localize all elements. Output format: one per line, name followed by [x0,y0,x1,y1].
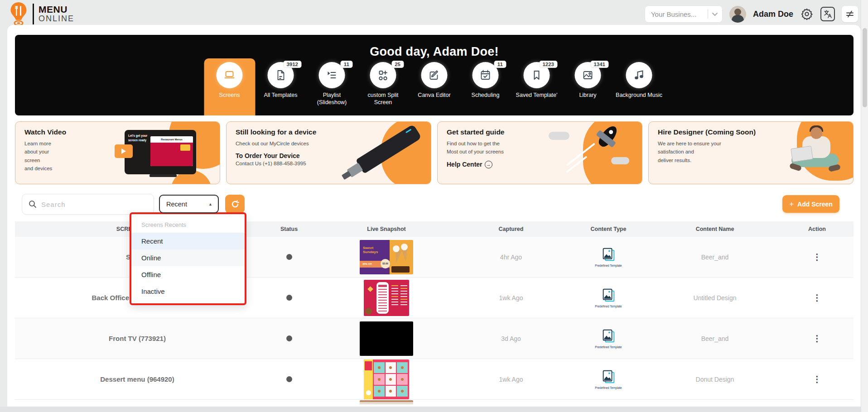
table-row-partial [15,400,854,407]
col-action: Action [781,226,854,232]
content-type: Predefined Template [595,328,622,349]
screen-name: Front TV (773921) [15,335,260,342]
tab-scheduling[interactable]: 11 Scheduling [460,62,511,115]
avatar[interactable] [729,6,746,23]
scrollbar-thumb[interactable] [863,28,867,107]
tab-canva-editor[interactable]: Canva Editor [409,62,460,115]
status-dot [286,376,292,382]
content-type-caption: Predefined Template [595,386,622,389]
tab-custom-split-screen[interactable]: 25 custom Split Screen [357,62,409,115]
dropdown-option-online[interactable]: Online [131,249,245,266]
arrow-right-icon[interactable]: → [485,161,492,168]
logo-divider [33,4,34,24]
help-center-link[interactable]: Help Center [447,161,482,168]
caret-up-icon: ▲ [208,202,212,206]
captured-time: 3d Ago [454,335,568,342]
tab-playlist[interactable]: 11 Playlist (Slideshow) [306,62,357,115]
status-dot [286,254,292,260]
captured-time: 1wk Ago [454,294,568,302]
person-illustration [781,127,849,182]
greeting-title: Good day, Adam Doe! [15,45,854,59]
add-screen-button[interactable]: + Add Screen [782,195,839,213]
screens-icon [217,62,243,88]
add-screen-label: Add Screen [797,201,833,208]
filter-select-value: Recent [166,201,187,208]
tab-label: custom Split Screen [360,91,407,106]
promo-card-guide[interactable]: Get started guide Find out how to get th… [437,121,642,184]
table-row: Front TV (773921) 3d Ago Predefined Temp… [15,318,854,359]
content-name: Beer_and [649,254,781,261]
hero-banner: Good day, Adam Doe! Screens 3912 [15,35,854,115]
captured-time: 4hr Ago [454,254,568,261]
thumb-caption: Let's get your screen ready [128,134,154,143]
tab-screens[interactable]: Screens [204,58,255,115]
filter-dropdown-panel: Screens Recents Recent Online Offline In… [130,212,246,305]
content-type-caption: Predefined Template [595,264,622,267]
filter-select[interactable]: Recent ▲ [159,195,219,213]
music-note-icon [626,62,652,88]
dropdown-option-offline[interactable]: Offline [131,266,245,283]
logo-text-menu: MENU [39,5,74,14]
play-button-icon[interactable] [115,144,133,158]
tab-all-templates[interactable]: 3912 All Templates [255,62,306,115]
row-actions-menu[interactable]: ⋮ [781,374,854,384]
badge-count: 11 [495,61,506,67]
live-snapshot[interactable] [360,400,413,407]
tab-background-music[interactable]: Background Music [613,62,665,115]
tab-saved-template[interactable]: 1223 Saved Template' [511,62,562,115]
live-snapshot[interactable] [360,321,413,356]
tab-label: Background Music [616,91,662,99]
dropdown-group-label: Screens Recents [131,220,245,233]
content-type-caption: Predefined Template [595,305,622,308]
bottom-strip [0,407,868,412]
snapshot-title: Sweet Sundays [363,246,378,254]
promo-card-device[interactable]: Still looking for a device Check out our… [226,121,431,184]
cloud-decor [549,132,569,140]
tab-library[interactable]: 1341 Library [562,62,613,115]
status-dot [286,295,292,301]
dropdown-option-inactive[interactable]: Inactive [131,283,245,300]
captured-time: 1wk Ago [454,376,568,383]
tab-label: Saved Template' [516,91,558,99]
content-type: Predefined Template [595,247,622,267]
settings-gear-icon[interactable] [800,7,814,21]
tab-label: Playlist (Slideshow) [309,91,356,106]
search-input[interactable] [41,201,147,208]
snapshot-price: $3.00 [381,259,390,268]
row-actions-menu[interactable]: ⋮ [781,252,854,262]
refresh-button[interactable] [225,195,245,213]
live-snapshot[interactable] [364,280,409,316]
screen-name: Dessert menu (964920) [15,375,260,383]
col-content-type: Content Type [568,226,649,232]
status-dot [286,335,292,341]
table-row: Dessert menu (964920) 1wk Ago [15,359,854,400]
vertical-scrollbar[interactable] [861,0,868,412]
promo-card-hire-designer[interactable]: Hire Designer (Coming Soon) We are here … [648,121,854,184]
live-snapshot[interactable]: Sweet Sundays 35% Off $3.00 [360,240,413,274]
live-snapshot[interactable] [364,359,409,399]
tab-label: All Templates [264,91,297,99]
promo-cards-row: Watch Video Learn more about your screen… [15,121,854,184]
promo-card-watch-video[interactable]: Watch Video Learn more about your screen… [15,121,220,184]
tab-label: Screens [219,91,240,99]
dropdown-option-recent[interactable]: Recent [131,233,245,249]
content-name: Untitled Design [649,294,781,302]
translate-icon[interactable] [820,7,835,21]
thumb-screen: Restaurant Menus [150,136,193,166]
content-name: Donut Design [649,376,781,383]
content-type-caption: Predefined Template [595,345,622,349]
app-logo[interactable]: MENU ONLINE [9,2,74,26]
row-actions-menu[interactable]: ⋮ [781,292,854,303]
badge-count: 3912 [284,61,301,67]
tab-label: Library [579,91,596,99]
business-selector[interactable]: Your Busines... [645,5,723,23]
cloud-decor [611,157,629,164]
layout-toggle-icon[interactable] [842,6,858,22]
search-icon [29,200,37,208]
row-actions-menu[interactable]: ⋮ [781,333,854,344]
thumb-screen-title: Restaurant Menus [150,136,193,143]
logo-text-online: ONLINE [39,14,74,24]
predefined-template-icon [600,369,617,385]
video-thumbnail: Let's get your screen ready Restaurant M… [125,130,196,174]
col-live-snapshot: Live Snapshot [318,226,454,232]
